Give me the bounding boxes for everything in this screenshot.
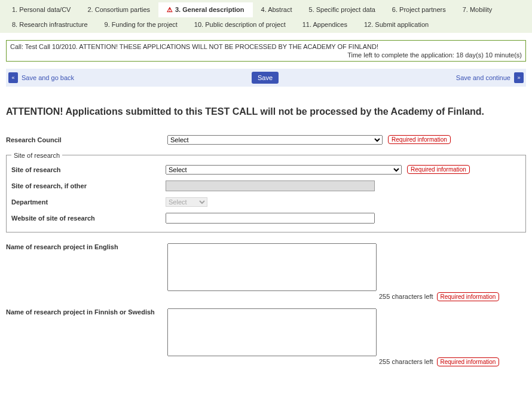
- tab-10-public-description-of-project[interactable]: 10. Public description of project: [186, 17, 294, 32]
- department-label: Department: [11, 198, 166, 206]
- content: Call: Test Call 10/2010. ATTENTION! THES…: [0, 33, 532, 366]
- tab-label: 8. Research infrastructure: [12, 21, 88, 28]
- tab-label: 7. Mobility: [463, 6, 493, 13]
- name-fi-label: Name of research project in Finnish or S…: [6, 308, 167, 316]
- name-fi-chars-left: 255 characters left: [379, 358, 433, 365]
- save-and-continue-link[interactable]: Save and continue: [456, 74, 510, 81]
- tab-9-funding-for-the-project[interactable]: 9. Funding for the project: [96, 17, 186, 32]
- website-input[interactable]: [166, 213, 375, 224]
- research-council-select[interactable]: Select: [167, 135, 383, 145]
- save-button[interactable]: Save: [252, 72, 279, 84]
- call-info-box: Call: Test Call 10/2010. ATTENTION! THES…: [6, 40, 526, 62]
- tab-5-specific-project-data[interactable]: 5. Specific project data: [301, 2, 384, 17]
- name-fi-textarea[interactable]: [167, 308, 377, 356]
- tab-label: 1. Personal data/CV: [12, 6, 71, 13]
- tab-2-consortium-parties[interactable]: 2. Consortium parties: [79, 2, 158, 17]
- tab-4-abstract[interactable]: 4. Abstract: [253, 2, 301, 17]
- call-info-line2: Time left to complete the application: 1…: [10, 51, 522, 59]
- tab-label: 10. Public description of project: [194, 21, 286, 28]
- research-council-label: Research Council: [6, 135, 167, 143]
- department-select: Select: [166, 197, 207, 207]
- tab-label: 6. Project partners: [392, 6, 446, 13]
- prev-page-button[interactable]: «: [8, 72, 18, 83]
- tab-label: 12. Submit application: [364, 21, 429, 28]
- tab-11-appendices[interactable]: 11. Appendices: [294, 17, 356, 32]
- required-tag: Required information: [437, 357, 500, 366]
- tab-label: 2. Consortium parties: [87, 6, 150, 13]
- tab-bar: 1. Personal data/CV2. Consortium parties…: [0, 0, 532, 33]
- required-tag: Required information: [437, 292, 500, 301]
- tab-8-research-infrastructure[interactable]: 8. Research infrastructure: [4, 17, 96, 32]
- name-en-textarea[interactable]: [167, 243, 377, 291]
- tab-label: 9. Funding for the project: [105, 21, 178, 28]
- website-label: Website of site of research: [11, 215, 166, 222]
- research-council-row: Research Council Select Required informa…: [6, 135, 526, 145]
- site-fieldset-legend: Site of research: [11, 152, 62, 159]
- tab-label: 4. Abstract: [261, 6, 292, 13]
- tab-7-mobility[interactable]: 7. Mobility: [454, 2, 501, 17]
- site-of-research-fieldset: Site of research Site of research Select…: [6, 152, 526, 232]
- attention-heading: ATTENTION! Applications submitted to thi…: [6, 106, 526, 118]
- warning-icon: ⚠: [167, 6, 173, 13]
- tab-label: 11. Appendices: [302, 21, 347, 28]
- tab-12-submit-application[interactable]: 12. Submit application: [356, 17, 437, 32]
- site-of-research-select[interactable]: Select: [166, 165, 402, 175]
- required-tag: Required information: [407, 165, 470, 174]
- tab-1-personal-data-cv[interactable]: 1. Personal data/CV: [4, 2, 79, 17]
- save-and-go-back-link[interactable]: Save and go back: [22, 74, 74, 81]
- tab-label: 3. General description: [175, 6, 244, 13]
- call-info-line1: Call: Test Call 10/2010. ATTENTION! THES…: [10, 43, 522, 50]
- site-of-research-label: Site of research: [11, 166, 166, 173]
- name-en-label: Name of research project in English: [6, 243, 167, 250]
- action-bar: « Save and go back Save Save and continu…: [6, 69, 526, 87]
- tab-6-project-partners[interactable]: 6. Project partners: [384, 2, 454, 17]
- tab-3-general-description[interactable]: ⚠3. General description: [158, 2, 253, 17]
- name-en-chars-left: 255 characters left: [379, 293, 433, 300]
- next-page-button[interactable]: »: [514, 72, 524, 83]
- required-tag: Required information: [388, 135, 451, 144]
- tab-label: 5. Specific project data: [309, 6, 375, 13]
- site-other-label: Site of research, if other: [11, 182, 166, 189]
- site-other-input[interactable]: [166, 181, 375, 191]
